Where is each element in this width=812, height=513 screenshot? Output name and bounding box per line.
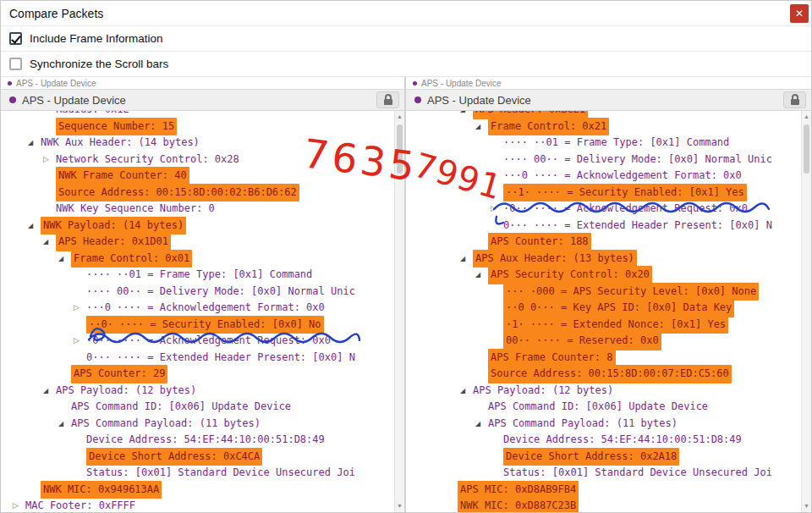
panel-header-right: APS - Update Device bbox=[406, 89, 811, 111]
tree-row[interactable]: NWK Key Sequence Number: 0 bbox=[1, 201, 404, 218]
tree-row[interactable]: NWK Frame Counter: 40 bbox=[1, 168, 404, 185]
scrollbar-thumb[interactable] bbox=[804, 124, 809, 174]
expander-open-icon[interactable]: ◢ bbox=[475, 267, 488, 284]
expander-open-icon[interactable]: ◢ bbox=[460, 251, 473, 268]
tree-row[interactable]: ···· ··01 = Frame Type: [0x1] Command bbox=[406, 135, 811, 152]
tree-row[interactable]: NWK MIC: 0xD887C23B bbox=[406, 498, 811, 512]
panel-strip-right: APS - Update Device bbox=[406, 77, 811, 89]
panels-container: APS - Update Device APS - Update Device … bbox=[1, 77, 811, 512]
tree-row[interactable]: ◢APS Command Payload: (11 bytes) bbox=[406, 416, 811, 433]
expander-open-icon[interactable]: ◢ bbox=[43, 383, 56, 400]
tree-row[interactable]: ◢Frame Control: 0x01 bbox=[1, 251, 404, 268]
expander-open-icon[interactable]: ◢ bbox=[58, 251, 71, 268]
tree-row[interactable]: ◢APS Payload: (12 bytes) bbox=[406, 383, 811, 400]
tree-row-label: APS Header: 0x1D01 bbox=[56, 233, 171, 251]
tree-row[interactable]: Sequence Number: 15 bbox=[1, 119, 404, 135]
scroll-down-button[interactable]: ▼ bbox=[802, 501, 811, 511]
tree-row[interactable]: Source Address: 00:15:8D:00:02:B6:D6:62 bbox=[1, 185, 404, 201]
vertical-scrollbar-left[interactable]: ▲ ▼ bbox=[394, 111, 404, 512]
tree-row[interactable]: ···· ··01 = Frame Type: [0x1] Command bbox=[1, 267, 404, 284]
expander-open-icon[interactable]: ◢ bbox=[43, 234, 56, 251]
tree-row-label: ··1· ···· = Security Enabled: [0x1] Yes bbox=[503, 184, 747, 202]
tree-row[interactable]: ▷·0·· ···· = Acknowledgement Request: 0x… bbox=[406, 201, 811, 218]
synchronize-scrollbars-checkbox[interactable] bbox=[9, 58, 22, 70]
scroll-down-button[interactable]: ▼ bbox=[395, 501, 404, 511]
tree-row[interactable]: ▷·0·· ···· = Acknowledgement Request: 0x… bbox=[1, 333, 404, 350]
expander-closed-icon[interactable]: ▷ bbox=[74, 333, 86, 350]
tree-row[interactable]: ▷···0 ···· = Acknowledgement Format: 0x0 bbox=[1, 300, 404, 317]
tree-row[interactable]: ··· ·000 = APS Security Level: [0x0] Non… bbox=[406, 284, 811, 301]
tree-row[interactable]: ◢APS Header: 0x1D01 bbox=[1, 234, 404, 251]
expander-open-icon[interactable]: ◢ bbox=[28, 135, 41, 152]
tree-row-label: Status: [0x01] Standard Device Unsecured… bbox=[503, 465, 772, 482]
tree-row[interactable]: ◢APS Command Payload: (11 bytes) bbox=[1, 416, 404, 433]
scroll-up-button[interactable]: ▲ bbox=[395, 112, 404, 122]
tree-row[interactable]: APS Counter: 29 bbox=[1, 366, 404, 383]
tree-row[interactable]: ▷Network Security Control: 0x28 bbox=[1, 152, 404, 168]
expander-closed-icon[interactable]: ▷ bbox=[13, 498, 25, 512]
tree-row[interactable]: APS Command ID: [0x06] Update Device bbox=[1, 399, 404, 416]
close-button[interactable]: ✕ bbox=[790, 4, 809, 23]
tree-row[interactable]: Status: [0x01] Standard Device Unsecured… bbox=[406, 465, 811, 482]
scroll-up-button[interactable]: ▲ bbox=[802, 112, 811, 122]
vertical-scrollbar-right[interactable]: ▲ ▼ bbox=[801, 111, 811, 512]
tree-row[interactable]: 0··· ···· = Extended Header Present: [0x… bbox=[1, 350, 404, 367]
scrollbar-thumb[interactable] bbox=[397, 124, 403, 174]
lock-button[interactable] bbox=[783, 91, 806, 108]
expander-open-icon[interactable]: ◢ bbox=[58, 416, 71, 433]
tree-row[interactable]: ◢APS Security Control: 0x20 bbox=[406, 267, 811, 284]
tree-row[interactable]: Device Address: 54:EF:44:10:00:51:D8:49 bbox=[1, 432, 404, 449]
include-frame-information-checkbox[interactable] bbox=[9, 32, 22, 45]
tree-row-label: APS Security Control: 0x20 bbox=[488, 266, 652, 284]
expander-closed-icon[interactable]: ▷ bbox=[74, 300, 86, 317]
tree-row[interactable]: ◢NWK Aux Header: (14 bytes) bbox=[1, 135, 404, 152]
tree-row[interactable]: ···· 00·· = Delivery Mode: [0x0] Normal … bbox=[406, 152, 811, 168]
tree-row-label: APS Command ID: [0x06] Update Device bbox=[488, 399, 708, 416]
tree-row[interactable]: ···· 00·· = Delivery Mode: [0x0] Normal … bbox=[1, 284, 404, 301]
tree-row[interactable]: ··1· ···· = Security Enabled: [0x1] Yes bbox=[406, 185, 811, 201]
tree-row[interactable]: 0··· ···· = Extended Header Present: [0x… bbox=[406, 218, 811, 234]
tree-row[interactable]: APS Frame Counter: 8 bbox=[406, 350, 811, 367]
tree-row[interactable]: ·1· ···· = Extended Nonce: [0x1] Yes bbox=[406, 317, 811, 334]
tree-row[interactable]: APS Command ID: [0x06] Update Device bbox=[406, 399, 811, 416]
expander-open-icon[interactable]: ◢ bbox=[460, 383, 473, 400]
tree-row[interactable]: Device Short Address: 0x2A18 bbox=[406, 449, 811, 466]
tree-row-label: ·0·· ···· = Acknowledgement Request: 0x0 bbox=[86, 333, 331, 350]
tree-row-label: ···· ··01 = Frame Type: [0x1] Command bbox=[86, 267, 312, 284]
expander-closed-icon[interactable]: ▷ bbox=[43, 152, 56, 168]
packet-dot-icon bbox=[9, 97, 16, 103]
packet-tree-right: ◢APS Header: 0xBC21◢Frame Control: 0x21·… bbox=[406, 111, 811, 512]
expander-open-icon[interactable]: ◢ bbox=[460, 111, 473, 119]
tree-row[interactable]: APS MIC: 0xD8AB9FB4 bbox=[406, 482, 811, 499]
tree-row-label: 00·· ···· = Reserved: 0x0 bbox=[503, 332, 661, 350]
expander-open-icon[interactable]: ◢ bbox=[475, 119, 488, 135]
tree-row-label: ··0· ···· = Security Enabled: [0x0] No bbox=[86, 316, 324, 334]
packet-panel-right: APS - Update Device APS - Update Device … bbox=[406, 77, 811, 512]
tree-row[interactable]: ◢APS Payload: (12 bytes) bbox=[1, 383, 404, 400]
tree-row[interactable]: ◢Frame Control: 0x21 bbox=[406, 119, 811, 135]
tree-row[interactable]: ··0· ···· = Security Enabled: [0x0] No bbox=[1, 317, 404, 334]
tree-row[interactable]: ··0 0··· = Key APS ID: [0x0] Data Key bbox=[406, 300, 811, 317]
tree-row[interactable]: APS Counter: 188 bbox=[406, 234, 811, 251]
tree-row[interactable]: Device Address: 54:EF:44:10:00:51:D8:49 bbox=[406, 432, 811, 449]
expander-closed-icon[interactable]: ▷ bbox=[491, 168, 503, 185]
expander-open-icon[interactable]: ◢ bbox=[28, 218, 41, 234]
tree-row[interactable]: ◢APS Aux Header: (13 bytes) bbox=[406, 251, 811, 268]
expander-open-icon[interactable]: ◢ bbox=[475, 416, 488, 433]
lock-button[interactable] bbox=[376, 91, 399, 108]
tree-row[interactable]: ◢NWK Payload: (14 bytes) bbox=[1, 218, 404, 234]
packet-tree-left: Radius: 0x1ESequence Number: 15◢NWK Aux … bbox=[1, 111, 404, 512]
tree-row[interactable]: 00·· ···· = Reserved: 0x0 bbox=[406, 333, 811, 350]
tree-row-label: ···· 00·· = Delivery Mode: [0x0] Normal … bbox=[86, 284, 355, 301]
tree-row[interactable]: Status: [0x01] Standard Device Unsecured… bbox=[1, 465, 404, 482]
tree-row[interactable]: ▷···0 ···· = Acknowledgement Format: 0x0 bbox=[406, 168, 811, 185]
tree-row[interactable]: ▷MAC Footer: 0xFFFF bbox=[1, 498, 404, 512]
packet-dot-icon bbox=[413, 81, 417, 86]
expander-closed-icon[interactable]: ▷ bbox=[491, 201, 503, 218]
tree-row[interactable]: NWK MIC: 0x949613AA bbox=[1, 482, 404, 499]
tree-row[interactable]: Device Short Address: 0xC4CA bbox=[1, 449, 404, 466]
packet-dot-icon bbox=[8, 81, 12, 86]
include-frame-information-label: Include Frame Information bbox=[30, 32, 163, 45]
tree-row[interactable]: Source Address: 00:15:8D:00:07:ED:C5:60 bbox=[406, 366, 811, 383]
compare-packets-dialog: Compare Packets ✕ Include Frame Informat… bbox=[0, 0, 812, 513]
